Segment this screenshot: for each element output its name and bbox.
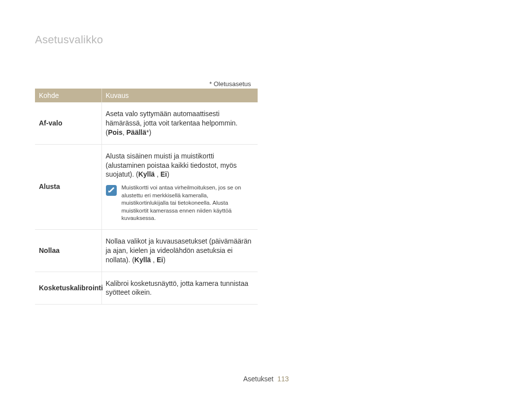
option-kylla: Kyllä xyxy=(134,256,153,264)
option-ei: Ei xyxy=(161,170,167,178)
table-row: Nollaa Nollaa valikot ja kuvausasetukset… xyxy=(35,229,258,272)
text: ) xyxy=(149,128,151,136)
row-label-afvalo: Af-valo xyxy=(35,102,101,144)
row-desc-afvalo: Aseta valo syttymään automaattisesti häm… xyxy=(101,102,258,144)
page-number: 113 xyxy=(277,375,289,383)
header-cell-kuvaus: Kuvaus xyxy=(101,89,258,102)
option-kylla: Kyllä xyxy=(138,170,157,178)
header-cell-kohde: Kohde xyxy=(35,89,101,102)
page-title: Asetusvalikko xyxy=(35,33,103,46)
table-row: Af-valo Aseta valo syttymään automaattis… xyxy=(35,102,258,144)
option-pois: Pois xyxy=(108,128,123,136)
note-icon xyxy=(106,185,117,196)
option-paalla: Päällä xyxy=(127,128,146,136)
footer-section-label: Asetukset xyxy=(243,375,273,383)
row-label-nollaa: Nollaa xyxy=(35,229,101,272)
separator: , xyxy=(123,128,127,136)
text: Nollaa valikot ja kuvausasetukset (päivä… xyxy=(106,237,252,264)
note-box: Muistikortti voi antaa virheilmoituksen,… xyxy=(106,184,254,222)
row-label-alusta: Alusta xyxy=(35,144,101,229)
page-footer: Asetukset 113 xyxy=(0,375,532,383)
table-row: Kosketuskalibrointi Kalibroi kosketusnäy… xyxy=(35,272,258,305)
text: Alusta sisäinen muisti ja muistikortti (… xyxy=(106,152,237,179)
row-desc-kosketus: Kalibroi kosketusnäyttö, jotta kamera tu… xyxy=(101,272,258,305)
settings-table: Kohde Kuvaus Af-valo Aseta valo syttymää… xyxy=(35,89,258,305)
text: ) xyxy=(163,256,166,264)
separator: , xyxy=(157,170,161,178)
text: ) xyxy=(167,170,169,178)
row-desc-nollaa: Nollaa valikot ja kuvausasetukset (päivä… xyxy=(101,229,258,272)
table-header-row: Kohde Kuvaus xyxy=(35,89,258,102)
table-row: Alusta Alusta sisäinen muisti ja muistik… xyxy=(35,144,258,229)
row-desc-alusta: Alusta sisäinen muisti ja muistikortti (… xyxy=(101,144,258,229)
option-ei: Ei xyxy=(157,256,163,264)
row-label-kosketus: Kosketuskalibrointi xyxy=(35,272,101,305)
separator: , xyxy=(153,256,157,264)
default-setting-note: * Oletusasetus xyxy=(209,80,251,88)
note-text: Muistikortti voi antaa virheilmoituksen,… xyxy=(122,184,252,222)
